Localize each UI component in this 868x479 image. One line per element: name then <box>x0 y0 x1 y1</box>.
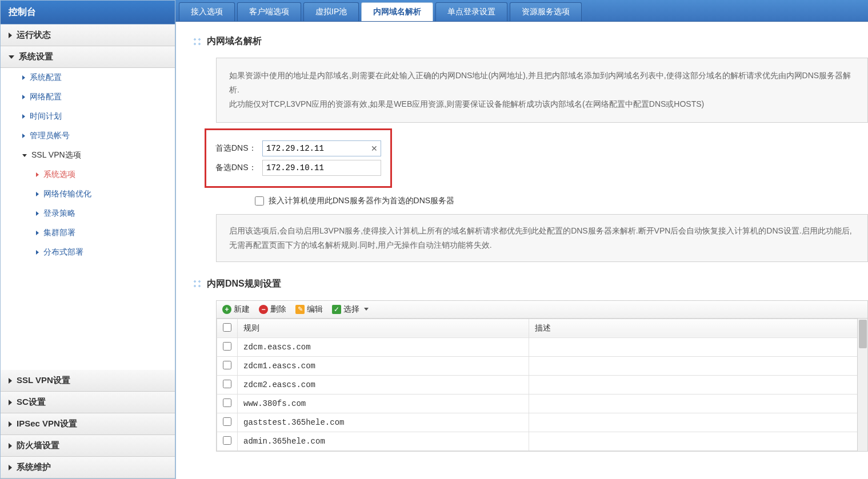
row-rule: gaststest.365hele.com <box>238 413 529 432</box>
scrollbar-track[interactable] <box>857 319 867 451</box>
table-row[interactable]: zdcm.eascs.com <box>217 337 867 356</box>
row-description <box>529 375 867 394</box>
chevron-right-icon <box>9 443 12 449</box>
nav-item-ssl-vpn-options[interactable]: SSL VPN选项 <box>1 146 175 165</box>
row-rule: www.380fs.com <box>238 394 529 413</box>
table-row[interactable]: zdcm2.eascs.com <box>217 375 867 394</box>
tab-resource-service[interactable]: 资源服务选项 <box>510 2 582 21</box>
row-rule: zdcm.eascs.com <box>238 337 529 356</box>
select-icon <box>332 305 341 314</box>
select-button[interactable]: 选择 <box>332 304 369 315</box>
row-checkbox[interactable] <box>223 361 231 369</box>
row-description <box>529 337 867 356</box>
row-description <box>529 432 867 450</box>
row-checkbox-cell <box>217 375 238 394</box>
table-row[interactable]: gaststest.365hele.com <box>217 413 867 432</box>
chevron-right-icon <box>9 378 12 384</box>
info-block-2: 启用该选项后,会自动启用L3VPN服务,使得接入计算机上所有的域名解析请求都优先… <box>216 214 868 262</box>
nav-item-network-config[interactable]: 网络配置 <box>1 87 175 107</box>
nav-section-system-settings[interactable]: 系统设置 <box>1 46 175 68</box>
row-rule: zdcm2.eascs.com <box>238 375 529 394</box>
nav-subitem-network-optimization[interactable]: 网络传输优化 <box>1 184 175 204</box>
section-heading-rules: 内网DNS规则设置 <box>193 278 868 290</box>
nav-item-system-config[interactable]: 系统配置 <box>1 68 175 87</box>
main: 接入选项 客户端选项 虚拟IP池 内网域名解析 单点登录设置 资源服务选项 内网… <box>175 0 868 479</box>
chevron-down-icon <box>9 55 14 59</box>
tab-access-options[interactable]: 接入选项 <box>179 2 235 21</box>
edit-button[interactable]: 编辑 <box>295 304 323 315</box>
row-checkbox[interactable] <box>223 380 231 388</box>
row-checkbox[interactable] <box>223 417 231 426</box>
delete-icon <box>259 305 268 314</box>
edit-icon <box>295 305 305 314</box>
table-row[interactable]: zdcm1.eascs.com <box>217 356 867 375</box>
sidebar-title: 控制台 <box>1 1 175 25</box>
nav-section-label: SSL VPN设置 <box>17 375 70 386</box>
header-checkbox <box>217 319 238 337</box>
header-rule: 规则 <box>238 319 529 337</box>
nav-section-label: IPSec VPN设置 <box>17 418 77 429</box>
rules-table-container: 新建 删除 编辑 选择 <box>216 300 868 452</box>
dns-preferred-checkbox[interactable] <box>255 196 264 206</box>
content: 内网域名解析 如果资源中使用的地址是内部域名,则需要在此处输入正确的内网DNS地… <box>175 22 868 479</box>
nav-subitem-login-policy[interactable]: 登录策略 <box>1 204 175 223</box>
nav-item-admin-accounts[interactable]: 管理员帐号 <box>1 126 175 146</box>
header-description: 描述 <box>529 319 867 337</box>
section-heading-dns: 内网域名解析 <box>193 35 868 47</box>
row-checkbox[interactable] <box>223 342 231 351</box>
nav-subitem-system-options[interactable]: 系统选项 <box>1 165 175 184</box>
primary-dns-row: 首选DNS： ✕ <box>215 140 381 156</box>
secondary-dns-row: 备选DNS： <box>215 160 381 176</box>
rules-table: 规则 描述 zdcm.eascs.comzdcm1.eascs.comzdcm2… <box>217 319 867 451</box>
add-button[interactable]: 新建 <box>222 304 250 315</box>
clear-icon[interactable]: ✕ <box>371 144 378 153</box>
tabs-bar: 接入选项 客户端选项 虚拟IP池 内网域名解析 单点登录设置 资源服务选项 <box>175 0 868 22</box>
nav-section-firewall-settings[interactable]: 防火墙设置 <box>1 435 175 457</box>
chevron-right-icon <box>9 465 12 470</box>
row-description <box>529 356 867 375</box>
nav-section-label: 系统维护 <box>17 462 51 473</box>
nav-subitem-cluster-deployment[interactable]: 集群部署 <box>1 223 175 243</box>
tab-virtual-ip-pool[interactable]: 虚拟IP池 <box>303 2 359 21</box>
select-all-checkbox[interactable] <box>223 323 231 332</box>
dns-checkbox-row: 接入计算机使用此DNS服务器作为首选的DNS服务器 <box>255 196 868 206</box>
secondary-dns-input[interactable] <box>262 160 381 176</box>
nav-section-label: 系统设置 <box>19 51 53 62</box>
chevron-right-icon <box>9 400 12 405</box>
row-checkbox-cell <box>217 413 238 432</box>
dns-checkbox-label: 接入计算机使用此DNS服务器作为首选的DNS服务器 <box>269 196 454 206</box>
rules-table-wrap: 规则 描述 zdcm.eascs.comzdcm1.eascs.comzdcm2… <box>217 319 867 451</box>
nav-section-sc-settings[interactable]: SC设置 <box>1 392 175 413</box>
tab-intranet-dns[interactable]: 内网域名解析 <box>361 2 433 21</box>
primary-dns-wrap: ✕ <box>262 140 381 156</box>
nav-subitem-distributed-deployment[interactable]: 分布式部署 <box>1 243 175 262</box>
table-row[interactable]: admin.365hele.com <box>217 432 867 450</box>
secondary-dns-label: 备选DNS： <box>215 163 262 173</box>
table-row[interactable]: www.380fs.com <box>217 394 867 413</box>
dns-highlight-box: 首选DNS： ✕ 备选DNS： <box>205 128 392 188</box>
sidebar: 控制台 运行状态 系统设置 系统配置 网络配置 时间计划 管理员帐号 SSL V… <box>0 0 175 479</box>
primary-dns-label: 首选DNS： <box>215 143 262 154</box>
info-block-1: 如果资源中使用的地址是内部域名,则需要在此处输入正确的内网DNS地址(内网地址)… <box>216 58 868 123</box>
nav-section-ssl-vpn-settings[interactable]: SSL VPN设置 <box>1 370 175 392</box>
nav-section-running-status[interactable]: 运行状态 <box>1 25 175 46</box>
chevron-right-icon <box>9 421 12 427</box>
primary-dns-input[interactable] <box>262 140 381 156</box>
delete-button[interactable]: 删除 <box>259 304 286 315</box>
row-checkbox-cell <box>217 337 238 356</box>
nav-section-label: SC设置 <box>17 397 46 408</box>
nav-section-ipsec-vpn-settings[interactable]: IPSec VPN设置 <box>1 413 175 435</box>
row-checkbox-cell <box>217 394 238 413</box>
tab-client-options[interactable]: 客户端选项 <box>237 2 301 21</box>
row-checkbox-cell <box>217 432 238 450</box>
nav-item-schedule[interactable]: 时间计划 <box>1 107 175 126</box>
chevron-right-icon <box>9 33 12 38</box>
nav-items: 系统配置 网络配置 时间计划 管理员帐号 SSL VPN选项 系统选项 网络传输… <box>1 68 175 262</box>
row-checkbox[interactable] <box>223 399 231 407</box>
row-rule: zdcm1.eascs.com <box>238 356 529 375</box>
nav-section-system-maintenance[interactable]: 系统维护 <box>1 457 175 478</box>
tab-sso-settings[interactable]: 单点登录设置 <box>435 2 507 21</box>
row-checkbox[interactable] <box>223 436 231 445</box>
secondary-dns-wrap <box>262 160 381 176</box>
scrollbar-thumb[interactable] <box>859 320 867 348</box>
